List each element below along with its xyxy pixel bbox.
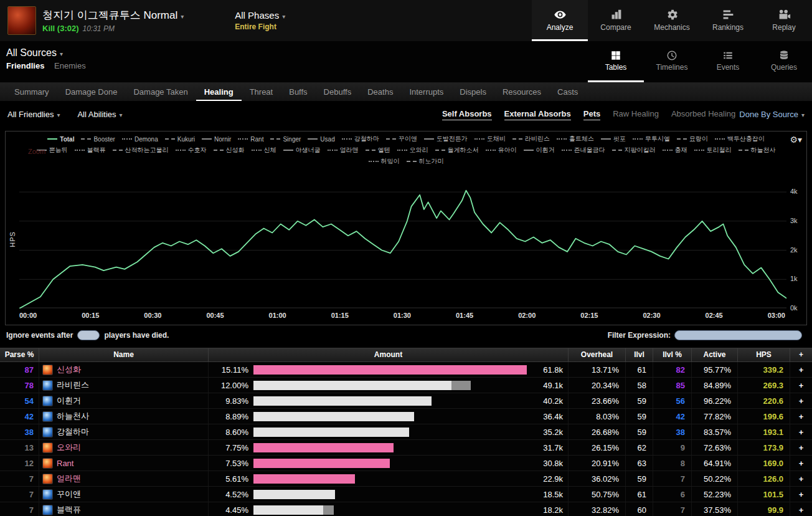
legend-item[interactable]: 핏포 bbox=[601, 135, 626, 143]
legend-item[interactable]: 하늘천사 bbox=[739, 146, 776, 155]
zoom-label[interactable]: Zoom bbox=[28, 148, 45, 155]
legend-item[interactable]: Total bbox=[47, 135, 74, 143]
column-header-hps[interactable]: HPS bbox=[737, 348, 790, 361]
nav-item-analyze[interactable]: Analyze bbox=[532, 0, 588, 41]
friendlies-dropdown[interactable]: All Friendlies bbox=[7, 110, 60, 119]
legend-item[interactable]: 허밍이 bbox=[369, 157, 400, 166]
column-header-amount[interactable]: Amount bbox=[208, 348, 568, 361]
expand-row-button[interactable]: + bbox=[790, 362, 812, 377]
tab-damage-done[interactable]: Damage Done bbox=[57, 83, 126, 101]
view-tab-timelines[interactable]: Timelines bbox=[644, 41, 700, 82]
view-tab-queries[interactable]: Queries bbox=[756, 41, 812, 82]
legend-item[interactable]: Demona bbox=[122, 135, 158, 143]
tab-damage-taken[interactable]: Damage Taken bbox=[125, 83, 196, 101]
legend-item[interactable]: Usad bbox=[308, 135, 334, 143]
tab-healing[interactable]: Healing bbox=[196, 83, 242, 101]
tab-deaths[interactable]: Deaths bbox=[359, 83, 401, 101]
expand-row-button[interactable]: + bbox=[790, 502, 812, 516]
tab-debuffs[interactable]: Debuffs bbox=[316, 83, 360, 101]
column-header-active[interactable]: Active bbox=[691, 348, 737, 361]
legend-item[interactable]: Booster bbox=[81, 135, 115, 143]
ilvl-percent[interactable]: 42 bbox=[653, 409, 691, 424]
legend-item[interactable]: Kukuri bbox=[165, 135, 195, 143]
tab-casts[interactable]: Casts bbox=[549, 83, 586, 101]
legend-item[interactable]: 히노가미 bbox=[407, 157, 444, 166]
parse-percent[interactable]: 13 bbox=[0, 440, 39, 455]
legend-item[interactable]: 야생너굴 bbox=[283, 146, 321, 155]
legend-item[interactable]: 얼라맨 bbox=[328, 146, 359, 155]
column-header-parse[interactable]: Parse % bbox=[0, 348, 39, 361]
legend-item[interactable]: 오와리 bbox=[397, 146, 428, 155]
legend-item[interactable]: Singer bbox=[270, 135, 301, 143]
legend-item[interactable]: 지팡이킬러 bbox=[612, 146, 656, 155]
player-name[interactable]: 얼라맨 bbox=[57, 473, 81, 484]
toggle-external-absorbs[interactable]: External Absorbs bbox=[504, 109, 571, 120]
legend-item[interactable]: 이휜거 bbox=[524, 146, 555, 155]
parse-percent[interactable]: 42 bbox=[0, 409, 39, 424]
legend-item[interactable]: 묘랑이 bbox=[677, 135, 708, 143]
tab-dispels[interactable]: Dispels bbox=[451, 83, 494, 101]
parse-percent[interactable]: 78 bbox=[0, 378, 39, 393]
legend-item[interactable]: 유아이 bbox=[486, 146, 517, 155]
nav-item-rankings[interactable]: Rankings bbox=[700, 0, 756, 41]
legend-item[interactable]: 강철하마 bbox=[342, 135, 379, 143]
legend-item[interactable]: 라비린스 bbox=[512, 135, 550, 143]
column-header-overheal[interactable]: Overheal bbox=[568, 348, 625, 361]
expand-row-button[interactable]: + bbox=[790, 409, 812, 424]
player-name[interactable]: Rant bbox=[57, 459, 73, 468]
legend-item[interactable]: 엘텐 bbox=[366, 146, 390, 155]
legend-item[interactable]: 즌내울금다 bbox=[562, 146, 605, 155]
player-name[interactable]: 블랙퓨 bbox=[57, 504, 81, 515]
parse-percent[interactable]: 54 bbox=[0, 393, 39, 408]
ilvl-percent[interactable]: 6 bbox=[653, 487, 691, 502]
sources-selector[interactable]: All Sources bbox=[6, 47, 86, 59]
friendlies-link[interactable]: Friendlies bbox=[6, 61, 44, 70]
chart-settings-gear-icon[interactable] bbox=[790, 135, 802, 145]
legend-item[interactable]: 충재 bbox=[663, 146, 687, 155]
legend-item[interactable]: 수호자 bbox=[176, 146, 207, 155]
expand-row-button[interactable]: + bbox=[790, 471, 812, 486]
column-header-[interactable]: + bbox=[790, 348, 812, 361]
ilvl-percent[interactable]: 56 bbox=[653, 393, 691, 408]
ilvl-percent[interactable]: 82 bbox=[653, 362, 691, 377]
legend-item[interactable]: 토리철리 bbox=[694, 146, 732, 155]
legend-item[interactable]: 꾸이앤 bbox=[386, 135, 417, 143]
legend-item[interactable]: 도채비 bbox=[474, 135, 506, 143]
filter-expression-input[interactable] bbox=[674, 330, 802, 340]
legend-item[interactable]: Rant bbox=[238, 135, 263, 143]
column-header-ilvl[interactable]: Ilvl % bbox=[653, 348, 691, 361]
tab-threat[interactable]: Threat bbox=[242, 83, 281, 101]
tab-summary[interactable]: Summary bbox=[6, 83, 57, 101]
parse-percent[interactable]: 7 bbox=[0, 502, 39, 516]
fight-selector[interactable]: 청지기 이그젝큐투스 Normal bbox=[42, 8, 184, 22]
ilvl-percent[interactable]: 9 bbox=[653, 440, 691, 455]
toggle-pets[interactable]: Pets bbox=[583, 109, 600, 120]
phase-selector[interactable]: All Phases bbox=[235, 10, 285, 21]
boss-portrait-icon[interactable] bbox=[7, 6, 36, 35]
legend-item[interactable]: Nornir bbox=[202, 135, 231, 143]
expand-row-button[interactable]: + bbox=[790, 424, 812, 439]
legend-item[interactable]: 을게하소서 bbox=[435, 146, 479, 155]
legend-item[interactable]: 무투시엘 bbox=[633, 135, 670, 143]
toggle-raw-healing[interactable]: Raw Healing bbox=[613, 109, 659, 120]
view-tab-tables[interactable]: Tables bbox=[588, 41, 644, 82]
view-tab-events[interactable]: Events bbox=[700, 41, 756, 82]
player-name[interactable]: 신성화 bbox=[57, 364, 81, 375]
parse-percent[interactable]: 7 bbox=[0, 471, 39, 486]
tab-interrupts[interactable]: Interrupts bbox=[401, 83, 451, 101]
ilvl-percent[interactable]: 7 bbox=[653, 502, 691, 516]
ilvl-percent[interactable]: 7 bbox=[653, 471, 691, 486]
nav-item-compare[interactable]: Compare bbox=[588, 0, 644, 41]
player-name[interactable]: 라비린스 bbox=[57, 380, 89, 391]
parse-percent[interactable]: 87 bbox=[0, 362, 39, 377]
parse-percent[interactable]: 38 bbox=[0, 424, 39, 439]
legend-item[interactable]: 도발전든가 bbox=[424, 135, 468, 143]
column-header-ilvl[interactable]: Ilvl bbox=[625, 348, 653, 361]
ilvl-percent[interactable]: 8 bbox=[653, 456, 691, 471]
parse-percent[interactable]: 12 bbox=[0, 456, 39, 471]
expand-row-button[interactable]: + bbox=[790, 456, 812, 471]
player-name[interactable]: 강철하마 bbox=[57, 426, 89, 437]
deaths-cutoff-input[interactable] bbox=[77, 330, 100, 340]
chart-plot-area[interactable] bbox=[19, 170, 786, 308]
toggle-self-absorbs[interactable]: Self Absorbs bbox=[442, 109, 492, 120]
